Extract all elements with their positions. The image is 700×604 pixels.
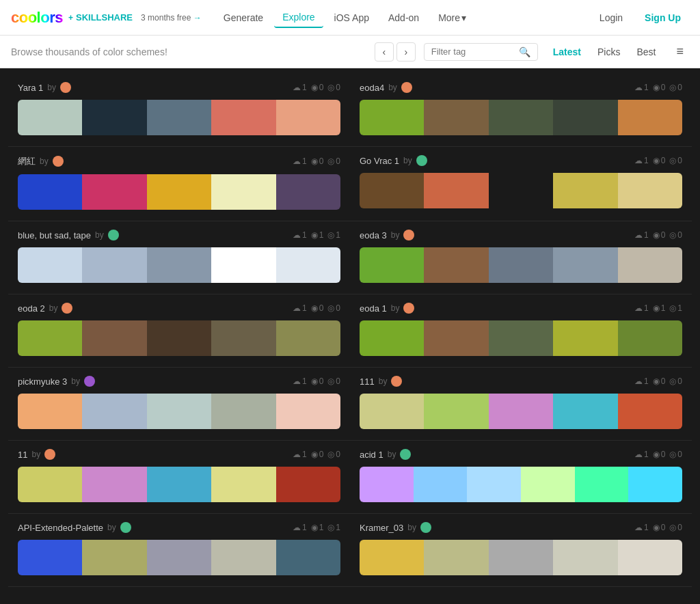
avatar[interactable]: [84, 376, 95, 387]
palette-card[interactable]: pickmyuke 3by ☁1 ◉0 ◎0: [8, 368, 350, 441]
color-swatch[interactable]: [360, 173, 424, 208]
palette-colors[interactable]: [18, 320, 340, 356]
color-swatch[interactable]: [18, 540, 82, 575]
palette-name[interactable]: eoda 1: [360, 303, 387, 314]
palette-colors[interactable]: [18, 247, 340, 283]
color-swatch[interactable]: [618, 173, 682, 208]
color-swatch[interactable]: [489, 100, 553, 135]
color-swatch[interactable]: [147, 394, 211, 429]
color-swatch[interactable]: [424, 320, 488, 356]
palette-name[interactable]: API-Extended-Palette: [18, 523, 103, 533]
avatar[interactable]: [401, 82, 412, 93]
nav-addon[interactable]: Add-on: [380, 8, 427, 27]
color-swatch[interactable]: [276, 100, 340, 135]
color-swatch[interactable]: [618, 394, 682, 429]
color-swatch[interactable]: [276, 320, 340, 356]
color-swatch[interactable]: [147, 320, 211, 356]
color-swatch[interactable]: [424, 540, 488, 575]
color-swatch[interactable]: [211, 247, 275, 283]
palette-name[interactable]: Kramer_03: [360, 523, 403, 533]
color-swatch[interactable]: [618, 540, 682, 575]
avatar[interactable]: [400, 449, 411, 460]
palette-card[interactable]: Yara 1by ☁1 ◉0 ◎0: [8, 74, 350, 147]
palette-card[interactable]: eoda 2by ☁1 ◉0 ◎0: [8, 294, 350, 368]
nav-generate[interactable]: Generate: [215, 8, 271, 27]
filter-tag-input[interactable]: [431, 46, 513, 57]
signup-button[interactable]: Sign Up: [636, 8, 689, 27]
palette-name[interactable]: Yara 1: [18, 83, 43, 93]
skillshare-brand[interactable]: SKILLSHARE: [76, 12, 133, 23]
color-swatch[interactable]: [82, 467, 146, 502]
color-swatch[interactable]: [18, 100, 82, 135]
color-swatch[interactable]: [18, 467, 82, 502]
color-swatch[interactable]: [360, 320, 424, 356]
color-swatch[interactable]: [82, 174, 146, 210]
avatar[interactable]: [53, 156, 64, 167]
palette-card[interactable]: Go Vrac 1by ☁1 ◉0 ◎0: [350, 147, 692, 221]
palette-card[interactable]: eoda 3by ☁1 ◉0 ◎0: [350, 221, 692, 294]
palette-name[interactable]: eoda 2: [18, 303, 45, 314]
color-swatch[interactable]: [211, 100, 275, 135]
color-swatch[interactable]: [147, 247, 211, 283]
nav-more[interactable]: More ▾: [430, 8, 474, 27]
color-swatch[interactable]: [18, 394, 82, 429]
color-swatch[interactable]: [147, 467, 211, 502]
palette-colors[interactable]: [18, 540, 340, 575]
color-swatch[interactable]: [360, 394, 424, 429]
palette-name[interactable]: 11: [18, 450, 27, 460]
palette-name[interactable]: eoda 3: [360, 230, 387, 241]
color-swatch[interactable]: [18, 247, 82, 283]
sort-latest[interactable]: Latest: [546, 44, 588, 60]
palette-colors[interactable]: [18, 174, 340, 210]
next-arrow-button[interactable]: ›: [396, 42, 416, 61]
sort-best[interactable]: Best: [630, 44, 662, 60]
color-swatch[interactable]: [618, 247, 682, 283]
palette-name[interactable]: eoda4: [360, 83, 384, 93]
palette-colors[interactable]: [360, 394, 682, 429]
palette-card[interactable]: Kramer_03by ☁1 ◉0 ◎0: [350, 514, 692, 587]
avatar[interactable]: [416, 155, 427, 166]
color-swatch[interactable]: [82, 247, 146, 283]
palette-name[interactable]: 網紅: [18, 155, 36, 167]
color-swatch[interactable]: [553, 173, 617, 208]
color-swatch[interactable]: [82, 394, 146, 429]
color-swatch[interactable]: [521, 467, 575, 502]
color-swatch[interactable]: [276, 467, 340, 502]
color-swatch[interactable]: [360, 247, 424, 283]
color-swatch[interactable]: [82, 540, 146, 575]
color-swatch[interactable]: [553, 394, 617, 429]
color-swatch[interactable]: [618, 320, 682, 356]
avatar[interactable]: [391, 376, 402, 387]
color-swatch[interactable]: [211, 540, 275, 575]
palette-card[interactable]: 11by ☁1 ◉0 ◎0: [8, 441, 350, 514]
palette-colors[interactable]: [18, 100, 340, 135]
palette-colors[interactable]: [360, 247, 682, 283]
palette-name[interactable]: 111: [360, 376, 375, 387]
sort-picks[interactable]: Picks: [591, 44, 627, 60]
palette-card[interactable]: API-Extended-Paletteby ☁1 ◉1 ◎1: [8, 514, 350, 587]
color-swatch[interactable]: [211, 320, 275, 356]
login-button[interactable]: Login: [591, 8, 631, 27]
palette-colors[interactable]: [360, 320, 682, 356]
palette-name[interactable]: acid 1: [360, 450, 383, 460]
color-swatch[interactable]: [360, 100, 424, 135]
color-swatch[interactable]: [489, 394, 553, 429]
palette-name[interactable]: blue, but sad, tape: [18, 230, 91, 241]
color-swatch[interactable]: [147, 174, 211, 210]
color-swatch[interactable]: [489, 173, 553, 208]
avatar[interactable]: [120, 522, 131, 533]
color-swatch[interactable]: [424, 394, 488, 429]
color-swatch[interactable]: [628, 467, 682, 502]
filter-tag-input-area[interactable]: 🔍: [424, 43, 538, 61]
palette-card[interactable]: acid 1by ☁1 ◉0 ◎0: [350, 441, 692, 514]
color-swatch[interactable]: [276, 174, 340, 210]
color-swatch[interactable]: [424, 100, 488, 135]
palette-colors[interactable]: [360, 100, 682, 135]
color-swatch[interactable]: [553, 540, 617, 575]
color-swatch[interactable]: [424, 247, 488, 283]
color-swatch[interactable]: [467, 467, 521, 502]
avatar[interactable]: [60, 82, 71, 93]
color-swatch[interactable]: [553, 320, 617, 356]
palette-name[interactable]: pickmyuke 3: [18, 376, 67, 387]
color-swatch[interactable]: [553, 100, 617, 135]
